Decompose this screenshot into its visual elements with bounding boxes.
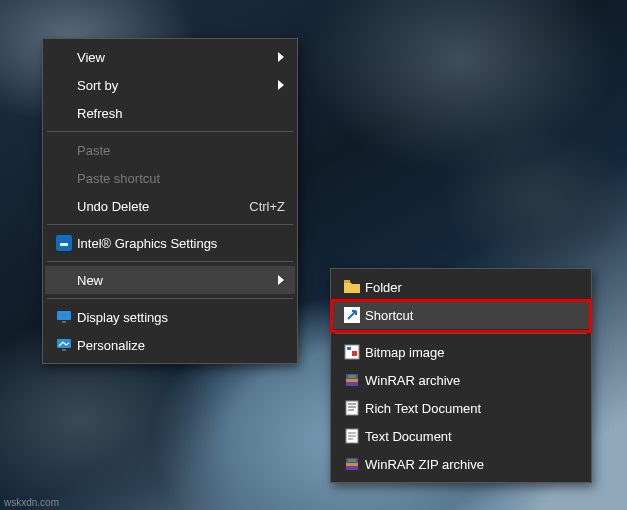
folder-icon	[339, 280, 365, 294]
menu-separator	[335, 333, 587, 334]
svg-rect-14	[346, 401, 358, 415]
submenu-label: Rich Text Document	[365, 401, 579, 416]
svg-rect-2	[57, 311, 71, 320]
menu-label: Refresh	[77, 106, 285, 121]
menu-label: Personalize	[77, 338, 285, 353]
menu-separator	[47, 261, 293, 262]
submenu-item-folder[interactable]: Folder	[333, 273, 589, 301]
winrar-icon	[339, 372, 365, 388]
submenu-label: Bitmap image	[365, 345, 579, 360]
menu-item-view[interactable]: View	[45, 43, 295, 71]
menu-label: Display settings	[77, 310, 285, 325]
submenu-label: Text Document	[365, 429, 579, 444]
menu-separator	[47, 298, 293, 299]
svg-rect-5	[62, 349, 66, 351]
svg-rect-9	[347, 347, 351, 350]
submenu-item-rtf[interactable]: Rich Text Document	[333, 394, 589, 422]
menu-label: Sort by	[77, 78, 277, 93]
desktop-context-menu: View Sort by Refresh Paste Paste shortcu…	[42, 38, 298, 364]
personalize-icon	[51, 337, 77, 353]
submenu-item-winrar[interactable]: WinRAR archive	[333, 366, 589, 394]
submenu-item-winrar-zip[interactable]: WinRAR ZIP archive	[333, 450, 589, 478]
svg-rect-10	[352, 351, 357, 356]
submenu-label: WinRAR ZIP archive	[365, 457, 579, 472]
bitmap-icon	[339, 344, 365, 360]
monitor-icon	[51, 309, 77, 325]
svg-rect-23	[346, 463, 358, 466]
svg-rect-24	[348, 459, 356, 462]
chevron-right-icon	[277, 79, 285, 91]
menu-label: View	[77, 50, 277, 65]
svg-rect-1	[60, 243, 68, 246]
txt-icon	[339, 428, 365, 444]
svg-rect-6	[344, 280, 350, 283]
svg-rect-13	[348, 375, 356, 378]
svg-rect-12	[346, 379, 358, 382]
menu-item-paste-shortcut: Paste shortcut	[45, 164, 295, 192]
menu-label: Paste	[77, 143, 285, 158]
menu-shortcut: Ctrl+Z	[249, 199, 285, 214]
menu-item-refresh[interactable]: Refresh	[45, 99, 295, 127]
submenu-item-bitmap[interactable]: Bitmap image	[333, 338, 589, 366]
submenu-item-shortcut[interactable]: Shortcut	[333, 301, 589, 329]
menu-label: Paste shortcut	[77, 171, 285, 186]
watermark-text: wskxdn.com	[4, 497, 59, 508]
rtf-icon	[339, 400, 365, 416]
menu-separator	[47, 131, 293, 132]
submenu-label: Shortcut	[365, 308, 579, 323]
menu-separator	[47, 224, 293, 225]
menu-item-sort-by[interactable]: Sort by	[45, 71, 295, 99]
svg-rect-3	[62, 321, 66, 323]
menu-item-paste: Paste	[45, 136, 295, 164]
winrar-zip-icon	[339, 456, 365, 472]
menu-item-new[interactable]: New	[45, 266, 295, 294]
shortcut-icon	[339, 307, 365, 323]
chevron-right-icon	[277, 51, 285, 63]
submenu-item-txt[interactable]: Text Document	[333, 422, 589, 450]
menu-label: Undo Delete	[77, 199, 241, 214]
menu-label: Intel® Graphics Settings	[77, 236, 285, 251]
menu-item-display-settings[interactable]: Display settings	[45, 303, 295, 331]
submenu-label: Folder	[365, 280, 579, 295]
chevron-right-icon	[277, 274, 285, 286]
menu-label: New	[77, 273, 277, 288]
menu-item-undo-delete[interactable]: Undo Delete Ctrl+Z	[45, 192, 295, 220]
new-submenu: Folder Shortcut Bitmap image WinRAR arch…	[330, 268, 592, 483]
submenu-label: WinRAR archive	[365, 373, 579, 388]
menu-item-personalize[interactable]: Personalize	[45, 331, 295, 359]
intel-icon	[51, 235, 77, 251]
menu-item-intel-graphics[interactable]: Intel® Graphics Settings	[45, 229, 295, 257]
